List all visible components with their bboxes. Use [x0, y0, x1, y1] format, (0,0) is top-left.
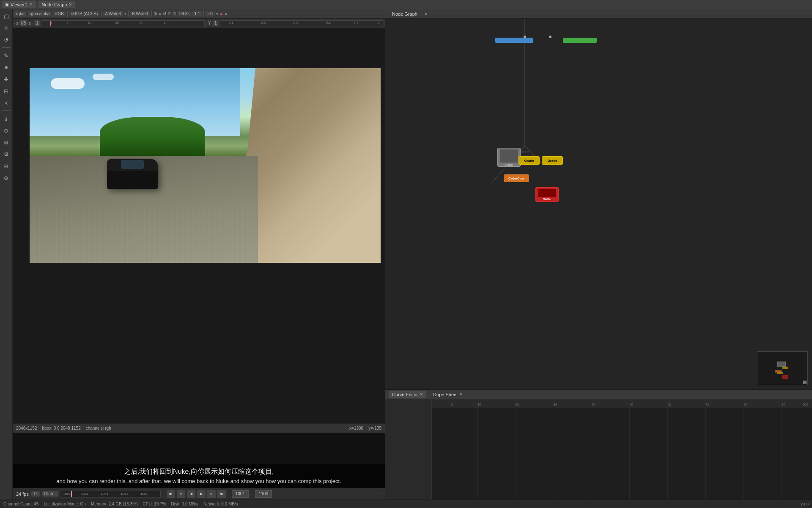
playback-controls: ⏮ ⏴ ◀ ▶ ⏵ ⏭ [163, 490, 229, 498]
tool-pen[interactable]: ✎ [1, 50, 11, 61]
play-reverse-button[interactable]: ◀ [187, 490, 195, 498]
curve-editor-tab[interactable]: Curve Editor ✕ [389, 391, 426, 398]
next-frame-button[interactable]: ⏵ [207, 490, 216, 498]
tool-plug[interactable]: ⊕ [1, 173, 11, 183]
curve-editor-main[interactable]: 0 10 20 30 40 50 60 70 80 90 100 [432, 399, 812, 500]
tool-layers[interactable]: ≡ [1, 62, 11, 72]
write-a-arrow: ▾ [124, 12, 126, 16]
next-frame-icon[interactable]: ▷ [29, 21, 33, 25]
frame-scrubber[interactable]: 1 5 10 20 64 1 [42, 20, 205, 26]
global-mode[interactable]: Glob... [42, 491, 58, 497]
play-button[interactable]: ▶ [197, 490, 206, 498]
ng-node-read[interactable]: Read [497, 148, 521, 167]
dope-sheet-tab-label: Dope Sheet [433, 392, 458, 397]
y-scrubber[interactable]: 0.1 0.3 0.9 0.1 0.4 2 [220, 20, 383, 26]
tool-dot[interactable]: ⊙ [1, 125, 11, 135]
viewer-tab[interactable]: ▣ Viewer1 ✕ [2, 1, 36, 8]
transform-mode[interactable]: TF [31, 491, 40, 497]
go-end-button[interactable]: ⏭ [217, 490, 226, 498]
viewer-icon-3[interactable]: ↺ [163, 11, 166, 16]
tl-more-1: ⋯ [378, 492, 381, 496]
curve-editor-close[interactable]: ✕ [420, 392, 423, 397]
go-start-button[interactable]: ⏮ [167, 490, 175, 498]
zoom-display: 99.3° [178, 11, 191, 17]
viewer-icon-5[interactable]: ⊟ [173, 11, 176, 16]
tool-star[interactable]: ✳ [1, 98, 11, 108]
channels-display: channels: rgb [86, 426, 111, 431]
frame-range-sep: - [251, 492, 252, 496]
tool-move[interactable]: ✛ [1, 23, 11, 33]
start-frame-input[interactable] [232, 490, 249, 498]
tool-badge[interactable]: ⊛ [1, 161, 11, 171]
channel-select[interactable]: rgba [14, 11, 26, 17]
fps-display: 24 fps [16, 491, 29, 497]
viewer-canvas[interactable] [13, 28, 385, 423]
ruler-40: 40 [592, 403, 595, 406]
prev-frame-icon[interactable]: ◁ [14, 21, 18, 25]
toolbar-sep-3 [128, 11, 129, 17]
memory-display: Memory: 2.4 GB (15.3%) [91, 502, 138, 506]
dope-sheet-tab[interactable]: Dope Sheet ✕ [430, 391, 466, 398]
subtitle-chinese: 之后,我们将回到Nuke,向你展示如何压缩这个项目, [16, 467, 381, 476]
y-ruler-4: 0.1 [326, 21, 331, 25]
write-a-select[interactable]: A Write3 [103, 11, 123, 17]
ng-node-grade1[interactable]: Grade [518, 156, 540, 165]
ruler-30: 30 [554, 403, 557, 406]
grid-v-20 [516, 408, 516, 500]
y-ruler-1: 0.1 [229, 21, 233, 25]
viewer-tab-close[interactable]: ✕ [29, 2, 33, 7]
end-frame-input[interactable] [255, 490, 272, 498]
y-ruler-3: 0.9 [294, 21, 298, 25]
minimap-node5 [782, 375, 788, 379]
timeline-bar: 24 fps TF Glob... 1001 1021 1041 1061 10… [13, 488, 385, 500]
toolbar-sep-2 [101, 11, 102, 17]
write-b-select[interactable]: B Write3 [130, 11, 150, 17]
ng-node-colorcorrect[interactable]: ColorCorr [504, 174, 529, 182]
ng-node-write-thumbnail [538, 189, 556, 198]
minimap-node [777, 362, 786, 367]
node-graph-canvas[interactable]: Read Grade Grade ColorCorr Write [385, 19, 812, 389]
viewer-extra-icon[interactable]: ≡ [225, 11, 227, 16]
node-graph-tab-label[interactable]: Node Graph [389, 11, 421, 17]
tool-rotate[interactable]: ↺ [1, 35, 11, 45]
frame-display[interactable]: 1 [34, 20, 40, 26]
prev-frame-button[interactable]: ⏴ [177, 490, 185, 498]
svg-point-8 [524, 36, 526, 38]
tool-gear[interactable]: ⚙ [1, 149, 11, 159]
tl-mark-2: 1021 [81, 492, 88, 496]
tool-cross[interactable]: ⊗ [1, 137, 11, 147]
viewer-icon-4[interactable]: ⧖ [168, 11, 171, 17]
view-mode-select[interactable]: 2D [206, 11, 214, 17]
tool-info[interactable]: ℹ [1, 113, 11, 124]
ng-node-thumbnail [500, 149, 518, 162]
dope-sheet-close[interactable]: ✕ [459, 392, 463, 397]
tool-add[interactable]: ✚ [1, 74, 11, 84]
colorspace-select[interactable]: RGB [53, 11, 66, 17]
aces-select[interactable]: sRGB (ACES) [69, 11, 99, 17]
cursor-x-display: x=1300 [349, 426, 363, 431]
viewer-icon-2[interactable]: ≡ [159, 11, 161, 16]
fstop-select[interactable]: f/8 [19, 20, 27, 26]
curve-ruler: 0 10 20 30 40 50 60 70 80 90 100 [432, 399, 812, 408]
resolution-display: 2048x1152 [16, 426, 37, 431]
ruler-100: 100 [803, 403, 808, 406]
curve-editor-tab-label: Curve Editor [392, 392, 418, 397]
bottom-status: Channel Count: 45 Localization Mode: On … [0, 500, 812, 508]
tool-grid[interactable]: ⊞ [1, 86, 11, 96]
node-graph-tab[interactable]: Node Graph ✕ [38, 1, 76, 8]
node-graph-tab-close[interactable]: ✕ [69, 2, 72, 7]
ng-node-write[interactable]: Write [535, 187, 559, 202]
node-graph-close[interactable]: ✕ [424, 11, 428, 16]
ng-node-grade2[interactable]: Grade [542, 156, 563, 165]
color-picker-icon[interactable]: ● [220, 11, 223, 17]
tool-select[interactable]: ▢ [1, 11, 11, 21]
minimap-zoom[interactable]: ⊠ [803, 381, 807, 384]
timeline-track[interactable]: 1001 1021 1041 1061 1081 [61, 491, 161, 497]
y-ruler-6: 2 [378, 21, 379, 25]
ng-minimap: ⊠ [757, 351, 808, 385]
viewer-black-bottom: 之后,我们将回到Nuke,向你展示如何压缩这个项目, and how you c… [13, 433, 385, 488]
viewer-icon-1[interactable]: ⊞ [154, 11, 157, 16]
channel-alpha-select[interactable]: rgba.alpha [28, 11, 51, 17]
view-mode-arrow: ▾ [216, 11, 218, 16]
y-value[interactable]: 1 [213, 20, 219, 26]
